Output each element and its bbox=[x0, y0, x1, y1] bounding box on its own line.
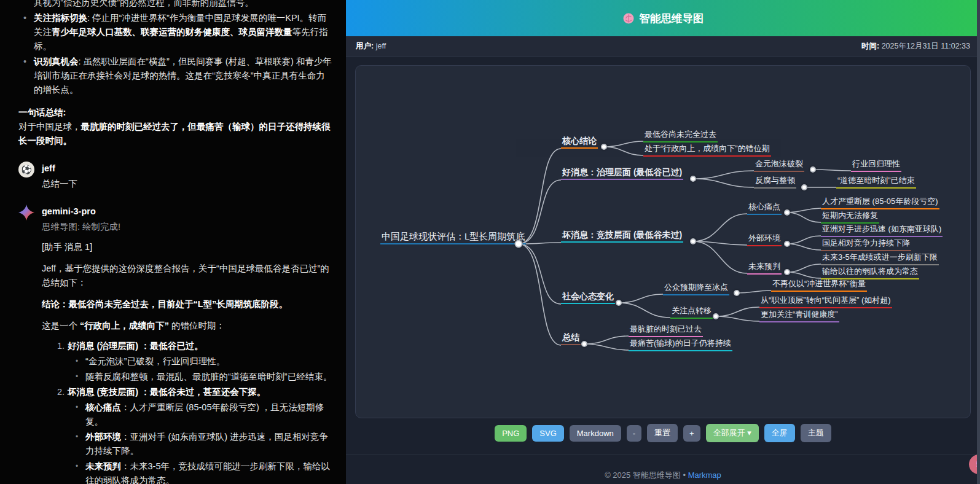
mindmap-node[interactable]: 处于“行政向上，成绩向下”的错位期 bbox=[643, 144, 771, 157]
zoom-in-button[interactable]: + bbox=[683, 425, 700, 442]
brain-icon bbox=[622, 12, 635, 25]
mindmap-node-dot[interactable] bbox=[810, 166, 816, 173]
mindmap-canvas[interactable]: 中国足球现状评估：L型长周期筑底 核心结论 最低谷尚未完全过去 处于“行政向上，… bbox=[355, 65, 971, 418]
user-info: 用户: jeff bbox=[356, 41, 386, 52]
mindmap-node[interactable]: 输给以往的弱队将成为常态 bbox=[821, 267, 919, 279]
mindmap-node[interactable]: 好消息：治理层面 (最低谷已过) bbox=[561, 167, 683, 180]
mindmap-node-dot[interactable] bbox=[601, 144, 607, 150]
mindmap-node[interactable]: 外部环境 bbox=[747, 233, 782, 246]
mindmap-node[interactable]: 关注点转移 bbox=[670, 306, 713, 319]
list-subitem: 未来预判：未来3-5年，竞技成绩可能进一步刷新下限，输给以往的弱队将成为常态。 bbox=[76, 459, 334, 484]
mindmap-node[interactable]: 最肮脏的时刻已过去 bbox=[629, 324, 703, 337]
mindmap-node-dot[interactable] bbox=[690, 176, 696, 182]
mindmap-node[interactable]: 人才严重断层 (85-05年龄段亏空) bbox=[821, 197, 939, 209]
markmap-link[interactable]: Markmap bbox=[688, 470, 721, 480]
gemini-star-icon bbox=[18, 205, 34, 221]
mindmap-node[interactable]: 核心痛点 bbox=[747, 202, 782, 215]
mindmap-node[interactable]: 金元泡沫破裂 bbox=[754, 159, 804, 172]
mindmap-node[interactable]: 亚洲对手进步迅速 (如东南亚球队) bbox=[821, 224, 943, 237]
map-toolbar: PNG SVG Markdown - 重置 + 全部展开 ▾ 全屏 主题 bbox=[346, 424, 980, 442]
copyright-text: © 2025 智能思维导图 • bbox=[605, 470, 686, 480]
fullscreen-button[interactable]: 全屏 bbox=[764, 424, 795, 442]
chat-bullet-list: 关注指标切换: 停止用“冲进世界杯”作为衡量中国足球发展的唯一KPI。转而关注青… bbox=[18, 11, 334, 97]
mindmap-node-dot[interactable] bbox=[734, 290, 740, 296]
mindmap-panel: 智能思维导图 用户: jeff 时间: 2025年12月31日 11:02:33 bbox=[346, 0, 980, 484]
mindmap-node[interactable]: 国足相对竞争力持续下降 bbox=[821, 238, 911, 251]
mindmap-node-dot[interactable] bbox=[515, 240, 523, 248]
mindmap-node[interactable]: 社会心态变化 bbox=[561, 291, 615, 304]
mindmap-node-dot[interactable] bbox=[616, 300, 622, 306]
mindmap-node-dot[interactable] bbox=[690, 238, 696, 244]
assistant-message: gemini-3-pro 思维导图: 绘制完成! [助手 消息 1] Jeff，… bbox=[18, 205, 334, 484]
summary-text: 对于中国足球，最肮脏的时刻已经过去了，但最痛苦（输球）的日子还得持续很长一段时间… bbox=[18, 120, 334, 148]
user-name: jeff bbox=[42, 162, 334, 176]
zoom-out-button[interactable]: - bbox=[627, 425, 641, 442]
assistant-numbered-list: 1. 好消息 (治理层面) ：最低谷已过。 “金元泡沫”已破裂，行业回归理性。 … bbox=[42, 339, 334, 484]
mindmap-node[interactable]: “道德至暗时刻”已结束 bbox=[836, 176, 916, 189]
mindmap-node[interactable]: 坏消息：竞技层面 (最低谷未过) bbox=[561, 230, 683, 243]
time-info: 时间: 2025年12月31日 11:02:33 bbox=[861, 41, 970, 52]
user-avatar[interactable]: ⚽ bbox=[18, 162, 34, 178]
export-markdown-button[interactable]: Markdown bbox=[570, 425, 621, 442]
mindmap-node[interactable]: 公众预期降至冰点 bbox=[663, 283, 729, 295]
mindmap-node-dot[interactable] bbox=[784, 241, 790, 247]
assistant-conclusion: 结论：最低谷尚未完全过去，目前处于“L型”长周期筑底阶段。 bbox=[42, 297, 334, 311]
mindmap-node-dot[interactable] bbox=[784, 209, 790, 216]
list-subitem: “金元泡沫”已破裂，行业回归理性。 bbox=[76, 354, 334, 369]
mindmap-node[interactable]: 中国足球现状评估：L型长周期筑底 bbox=[380, 232, 526, 244]
assistant-intro: Jeff，基于您提供的这份深度整合报告，关于“中国足球最低谷是否已过”的总结如下… bbox=[42, 262, 334, 290]
mindmap-node[interactable]: 未来预判 bbox=[747, 262, 782, 275]
mindmap-node[interactable]: 不再仅以“冲进世界杯”衡量 bbox=[771, 279, 867, 292]
list-item: 1. 好消息 (治理层面) ：最低谷已过。 “金元泡沫”已破裂，行业回归理性。 … bbox=[42, 339, 334, 384]
mindmap-node[interactable]: 从“职业顶层”转向“民间基层” (如村超) bbox=[759, 295, 892, 308]
mindmap-node-dot[interactable] bbox=[784, 269, 790, 275]
mindmap-node[interactable]: 最低谷尚未完全过去 bbox=[643, 130, 718, 142]
user-message-text: 总结一下 bbox=[42, 177, 334, 191]
assistant-tag: [助手 消息 1] bbox=[42, 240, 334, 254]
expand-all-button[interactable]: 全部展开 ▾ bbox=[706, 424, 759, 442]
mindmap-node-dot[interactable] bbox=[801, 184, 807, 190]
user-message: ⚽ jeff 总结一下 bbox=[18, 162, 334, 191]
mindmap-node[interactable]: 短期内无法修复 bbox=[821, 211, 879, 224]
list-subitem: 随着反腐和整顿，最混乱、最肮脏的“道德至暗时刻”已经结束。 bbox=[76, 370, 334, 384]
scrollbar[interactable] bbox=[977, 0, 980, 484]
assistant-period: 这是一个 “行政向上，成绩向下” 的错位时期： bbox=[42, 319, 334, 333]
chat-bullet: 识别真机会: 虽然职业层面在“横盘”，但民间赛事 (村超、草根联赛) 和青少年培… bbox=[23, 55, 334, 97]
info-bar: 用户: jeff 时间: 2025年12月31日 11:02:33 bbox=[346, 36, 980, 57]
export-png-button[interactable]: PNG bbox=[495, 425, 527, 442]
chat-paragraph: 其视为“偿还历史欠债”的必然过程，而非新的崩盘信号。 bbox=[34, 0, 334, 10]
app-title: 智能思维导图 bbox=[640, 11, 704, 26]
mindmap-node[interactable]: 总结 bbox=[561, 332, 581, 345]
mindmap-node[interactable]: 最痛苦(输球)的日子仍将持续 bbox=[629, 338, 732, 351]
mindmap-node-dot[interactable] bbox=[581, 341, 587, 347]
mindmap-node[interactable]: 行业回归理性 bbox=[851, 159, 901, 172]
mindmap-node[interactable]: 核心结论 bbox=[561, 136, 598, 149]
page: 其视为“偿还历史欠债”的必然过程，而非新的崩盘信号。 关注指标切换: 停止用“冲… bbox=[0, 0, 980, 484]
mindmap-node-dot[interactable] bbox=[713, 313, 719, 319]
theme-button[interactable]: 主题 bbox=[801, 424, 831, 442]
soccer-icon: ⚽ bbox=[21, 163, 31, 177]
mindmap-node[interactable]: 未来3-5年成绩或进一步刷新下限 bbox=[821, 252, 939, 265]
reset-button[interactable]: 重置 bbox=[647, 424, 678, 442]
app-header: 智能思维导图 bbox=[346, 0, 980, 36]
chat-panel: 其视为“偿还历史欠债”的必然过程，而非新的崩盘信号。 关注指标切换: 停止用“冲… bbox=[0, 0, 346, 484]
list-subitem: 核心痛点：人才严重断层 (85-05年龄段亏空) ，且无法短期修复。 bbox=[76, 400, 334, 429]
summary-label: 一句话总结: bbox=[18, 106, 334, 120]
app-footer: © 2025 智能思维导图 • Markmap bbox=[346, 455, 980, 481]
mindmap-node[interactable]: 更加关注“青训健康度” bbox=[759, 310, 839, 322]
chat-bullet: 关注指标切换: 停止用“冲进世界杯”作为衡量中国足球发展的唯一KPI。转而关注青… bbox=[23, 11, 334, 53]
assistant-status: 思维导图: 绘制完成! bbox=[42, 220, 334, 234]
list-subitem: 外部环境：亚洲对手 (如东南亚球队) 进步迅速，国足相对竞争力持续下降。 bbox=[76, 430, 334, 458]
assistant-name: gemini-3-pro bbox=[42, 205, 334, 219]
mindmap-node[interactable]: 反腐与整顿 bbox=[754, 176, 796, 189]
list-item: 2. 坏消息 (竞技层面) ：最低谷未过，甚至还会下探。 核心痛点：人才严重断层… bbox=[42, 385, 334, 484]
caret-down-icon: ▾ bbox=[747, 428, 751, 437]
export-svg-button[interactable]: SVG bbox=[532, 425, 563, 442]
